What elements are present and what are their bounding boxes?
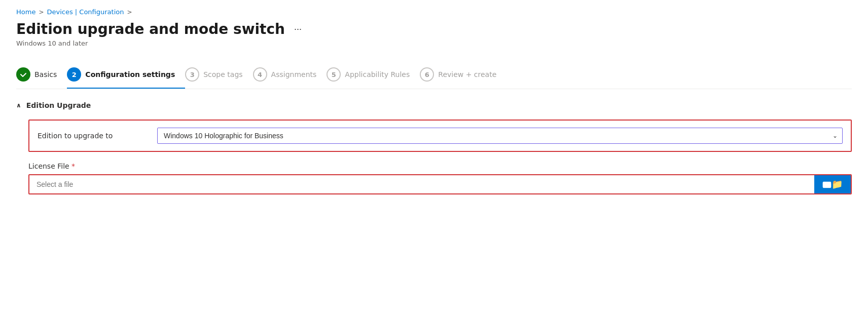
step-applicability-circle: 5: [327, 67, 341, 82]
edition-upgrade-section-header[interactable]: ∧ Edition Upgrade: [16, 101, 852, 109]
license-file-browse-button[interactable]: 📁: [814, 175, 851, 193]
page-subtitle: Windows 10 and later: [16, 40, 852, 47]
page-title-row: Edition upgrade and mode switch ···: [16, 21, 852, 37]
step-basics-circle: [16, 67, 30, 82]
edition-upgrade-field-row: Edition to upgrade to Windows 10 Hologra…: [28, 120, 852, 152]
step-review-label: Review + create: [438, 70, 496, 78]
steps-divider: [16, 89, 852, 89]
step-configuration-settings[interactable]: 2 Configuration settings: [67, 61, 185, 89]
step-scope-label: Scope tags: [203, 70, 242, 78]
step-active-underline: [67, 88, 185, 89]
section-chevron-icon: ∧: [16, 102, 21, 109]
step-assignments-label: Assignments: [271, 70, 317, 78]
edition-upgrade-label: Edition to upgrade to: [38, 132, 149, 140]
ellipsis-button[interactable]: ···: [291, 23, 305, 35]
step-basics[interactable]: Basics: [16, 61, 67, 89]
browse-icon: 📁: [831, 180, 843, 189]
step-basics-label: Basics: [34, 70, 57, 78]
step-config-circle: 2: [67, 67, 81, 82]
breadcrumb: Home > Devices | Configuration >: [16, 8, 852, 16]
step-assignments[interactable]: 4 Assignments: [253, 61, 327, 89]
step-scope-tags[interactable]: 3 Scope tags: [185, 61, 252, 89]
breadcrumb-sep-1: >: [39, 9, 44, 16]
edition-upgrade-form: Edition to upgrade to Windows 10 Hologra…: [16, 120, 852, 152]
step-assignments-circle: 4: [253, 67, 267, 82]
page-title: Edition upgrade and mode switch: [16, 21, 285, 37]
wizard-steps: Basics 2 Configuration settings 3 Scope …: [16, 61, 852, 89]
section-title: Edition Upgrade: [26, 101, 91, 109]
required-indicator: *: [69, 162, 75, 170]
edition-dropdown[interactable]: Windows 10 Holographic for Business Wind…: [157, 128, 843, 144]
page-container: Home > Devices | Configuration > Edition…: [0, 0, 868, 316]
license-file-input-row: 📁: [28, 174, 852, 194]
breadcrumb-home[interactable]: Home: [16, 8, 35, 16]
step-config-label: Configuration settings: [85, 70, 175, 78]
step-scope-circle: 3: [185, 67, 199, 82]
license-file-text-input[interactable]: [29, 175, 814, 193]
step-review-create[interactable]: 6 Review + create: [420, 61, 507, 89]
step-review-circle: 6: [420, 67, 434, 82]
license-file-label: License File *: [28, 162, 852, 170]
breadcrumb-sep-2: >: [127, 9, 132, 16]
folder-icon: [822, 180, 831, 189]
breadcrumb-devices-config[interactable]: Devices | Configuration: [47, 8, 124, 16]
edition-dropdown-wrapper: Windows 10 Holographic for Business Wind…: [157, 128, 843, 144]
step-applicability-label: Applicability Rules: [345, 70, 410, 78]
step-applicability-rules[interactable]: 5 Applicability Rules: [327, 61, 420, 89]
license-file-section: License File * 📁: [16, 162, 852, 194]
